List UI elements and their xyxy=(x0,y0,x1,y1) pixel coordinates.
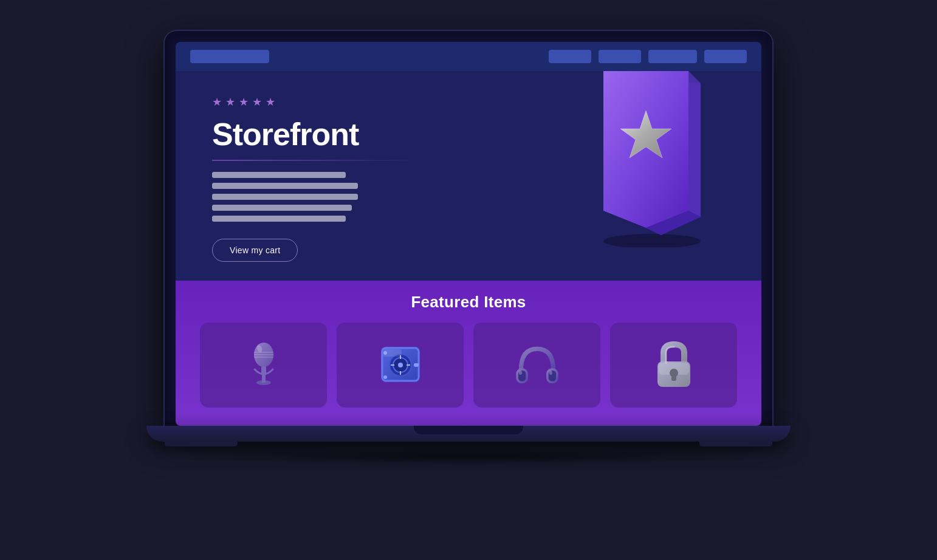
desc-line-4 xyxy=(212,205,352,211)
vault-icon xyxy=(376,341,425,389)
star-2: ★ xyxy=(225,95,235,109)
laptop-foot-left xyxy=(165,442,238,446)
laptop-screen: ★ ★ ★ ★ ★ Storefront Vi xyxy=(165,31,772,426)
featured-grid xyxy=(200,323,737,408)
hero-content: ★ ★ ★ ★ ★ Storefront Vi xyxy=(212,95,725,262)
laptop-notch xyxy=(414,426,523,434)
star-4: ★ xyxy=(252,95,262,109)
featured-section: Featured Items xyxy=(176,281,761,426)
star-3: ★ xyxy=(239,95,249,109)
nav-btn-3[interactable] xyxy=(648,50,697,63)
laptop-base xyxy=(146,426,791,442)
nav-btn-4[interactable] xyxy=(704,50,747,63)
hero-title: Storefront xyxy=(212,116,725,152)
svg-point-25 xyxy=(383,375,387,379)
svg-rect-12 xyxy=(262,374,266,383)
navbar xyxy=(176,42,761,71)
featured-card-vault[interactable] xyxy=(337,323,464,408)
laptop-shadow xyxy=(195,448,742,466)
desc-line-1 xyxy=(212,172,346,178)
featured-card-lock[interactable] xyxy=(610,323,737,408)
featured-card-microphone[interactable] xyxy=(200,323,327,408)
svg-rect-36 xyxy=(671,375,676,381)
hero-description xyxy=(212,172,725,222)
nav-btn-2[interactable] xyxy=(599,50,641,63)
svg-point-22 xyxy=(398,363,403,367)
desc-line-3 xyxy=(212,194,358,200)
svg-rect-23 xyxy=(414,363,419,367)
star-1: ★ xyxy=(212,95,222,109)
star-rating: ★ ★ ★ ★ ★ xyxy=(212,95,725,109)
nav-btn-1[interactable] xyxy=(549,50,591,63)
screen-content: ★ ★ ★ ★ ★ Storefront Vi xyxy=(176,42,761,426)
star-5: ★ xyxy=(266,95,275,109)
view-cart-button[interactable]: View my cart xyxy=(212,239,298,262)
desc-line-2 xyxy=(212,183,358,189)
headphones-icon xyxy=(513,341,561,389)
svg-point-31 xyxy=(518,370,521,375)
desc-line-5 xyxy=(212,216,346,222)
nav-logo xyxy=(190,50,269,63)
hero-section: ★ ★ ★ ★ ★ Storefront Vi xyxy=(176,71,761,281)
lock-icon xyxy=(650,341,698,389)
laptop-foot-right xyxy=(699,442,772,446)
svg-point-32 xyxy=(549,370,552,375)
svg-rect-26 xyxy=(383,349,402,357)
laptop-wrapper: ★ ★ ★ ★ ★ Storefront Vi xyxy=(134,31,803,529)
featured-title: Featured Items xyxy=(200,293,737,312)
microphone-icon xyxy=(239,341,288,389)
hero-divider xyxy=(212,160,419,161)
featured-card-headphones[interactable] xyxy=(473,323,600,408)
